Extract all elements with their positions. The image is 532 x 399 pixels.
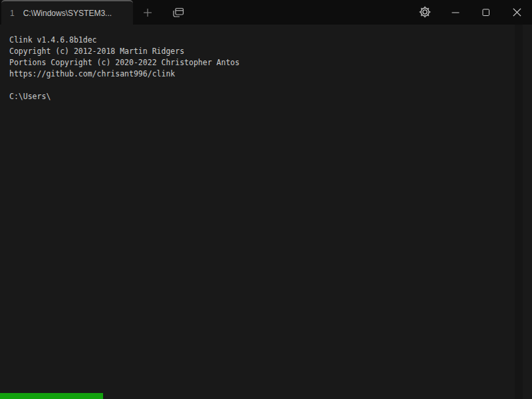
terminal-line-copyright: Copyright (c) 2012-2018 Martin Ridgers <box>9 46 532 57</box>
close-button[interactable] <box>501 0 532 25</box>
terminal-line-version: Clink v1.4.6.8b1dec <box>9 35 532 46</box>
gear-icon <box>418 5 432 19</box>
plus-icon <box>140 5 155 20</box>
tab-switcher-icon <box>170 5 186 21</box>
terminal-prompt: C:\Users\ <box>9 91 532 102</box>
tab-cmd[interactable]: 1 C:\Windows\SYSTEM3... <box>1 0 133 25</box>
scrollbar-track[interactable] <box>515 25 523 399</box>
minimize-icon <box>452 9 460 17</box>
tab-index: 1 <box>10 9 15 18</box>
tab-title: C:\Windows\SYSTEM3... <box>23 9 112 18</box>
minimize-button[interactable] <box>440 0 471 25</box>
close-icon <box>513 8 521 17</box>
terminal-line-blank <box>9 80 532 91</box>
titlebar-drag-region[interactable] <box>187 0 416 25</box>
maximize-button[interactable] <box>471 0 501 25</box>
maximize-icon <box>482 9 490 17</box>
terminal-line-portions: Portions Copyright (c) 2020-2022 Christo… <box>9 57 532 68</box>
terminal-line-url: https://github.com/chrisant996/clink <box>9 68 532 80</box>
bottom-green-bar <box>0 393 103 399</box>
new-tab-button[interactable] <box>139 4 156 21</box>
terminal-content[interactable]: Clink v1.4.6.8b1dec Copyright (c) 2012-2… <box>0 25 532 399</box>
tab-switcher-button[interactable] <box>170 4 187 21</box>
terminal-window: 1 C:\Windows\SYSTEM3... <box>0 0 532 399</box>
titlebar: 1 C:\Windows\SYSTEM3... <box>0 0 532 25</box>
settings-button[interactable] <box>416 3 434 21</box>
caption-buttons <box>440 0 532 25</box>
